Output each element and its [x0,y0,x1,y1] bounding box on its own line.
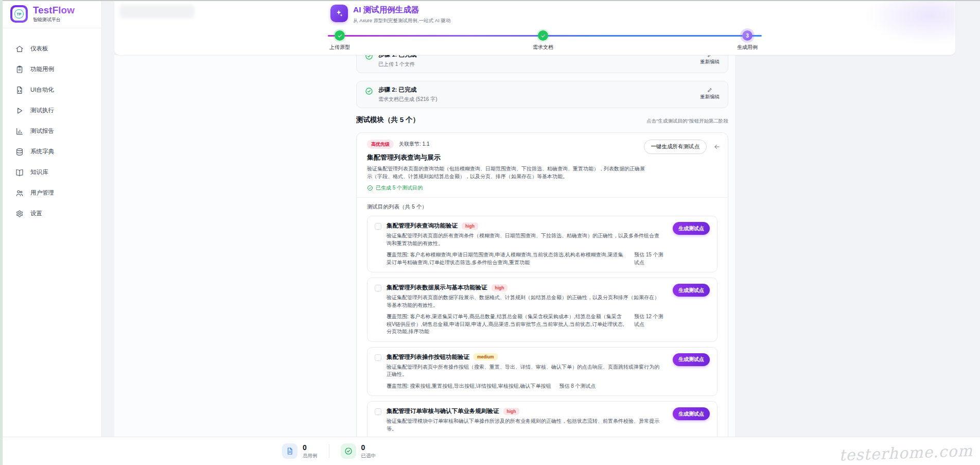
purpose-checkbox[interactable] [375,408,381,415]
main-scroll-area[interactable]: 步骤 1: 已完成 已上传 1 个文件 重新编辑 步骤 2: 已完成 需求文档已… [114,55,735,437]
sidebar-item-label: 系统字典 [30,148,54,156]
sidebar: TP TestFlow 智能测试平台 仪表板 功能用例 UI自动化 测试执行 测… [0,0,102,465]
purpose-coverage: 覆盖范围: 搜索按钮,重置按钮,导出按钮,详情按钮,审核按钮,确认下单按钮 [387,383,551,390]
arrow-left-icon[interactable] [713,143,721,150]
progress-card-title: 步骤 2: 已完成 [378,86,437,94]
step-label-requirements: 需求文档 [533,44,553,51]
window-left-edge [0,0,3,465]
sidebar-item-label: 测试报告 [30,127,54,135]
sidebar-item-system-dictionary[interactable]: 系统字典 [0,142,101,162]
purpose-estimate: 预估 8 个测试点 [559,383,596,390]
progress-card-subtitle: 需求文档已生成 (5216 字) [378,96,437,103]
gear-icon [15,210,24,218]
progress-card-step1: 步骤 1: 已完成 已上传 1 个文件 重新编辑 [356,55,728,73]
total-cases-stat: 0 总用例 [282,443,318,459]
divider [329,444,329,458]
purpose-title: 集配管理列表查询功能验证 [387,222,458,230]
generate-points-button[interactable]: 生成测试点 [673,407,710,420]
purpose-item-1: 集配管理列表查询功能验证 high 验证集配管理列表页面的所有查询条件（模糊查询… [367,216,717,272]
purpose-coverage: 覆盖范围: 客户名称,渠道集采订单号,商品总数量,结算总金额（集采含税采购成本）… [387,313,626,336]
bar-chart-icon [15,127,24,135]
check-circle-icon [367,185,373,191]
step-circle-generate: 3 [742,30,752,41]
window-top-edge [0,0,980,1]
module-title: 集配管理列表查询与展示 [367,153,717,162]
database-icon [15,148,24,156]
module-header: 高优先级 关联章节: 1.1 集配管理列表查询与展示 验证集配管理列表页面的查询… [357,133,728,197]
sidebar-nav: 仪表板 功能用例 UI自动化 测试执行 测试报告 系统字典 知识库 用户管理 [0,28,101,224]
check-icon [540,33,546,39]
pencil-icon [707,87,713,93]
module-card: 高优先级 关联章节: 1.1 集配管理列表查询与展示 验证集配管理列表页面的查询… [356,132,728,437]
step-number: 3 [746,33,749,39]
redacted-back-button[interactable] [119,5,195,19]
file-icon [15,86,24,94]
priority-badge: medium [474,353,498,360]
generate-points-button[interactable]: 生成测试点 [673,353,710,366]
selected-cases-stat: 0 已选中 [341,443,376,459]
purpose-description: 验证集配管理列表页面的数据字段展示、数据格式、计算规则（如结算总金额）的正确性，… [387,294,664,309]
purpose-estimate: 预估 15 个测试点 [634,251,664,266]
purpose-title: 集配管理列表数据展示与基本功能验证 [387,284,487,291]
purpose-description: 验证集配管理模块中订单审核和确认下单操作所涉及的所有业务规则的正确性，包括状态流… [387,418,664,433]
document-icon [282,443,297,459]
purpose-description: 验证集配管理列表页面的所有查询条件（模糊查询、日期范围查询、下拉筛选、精确查询）… [387,232,664,247]
step-circle-requirements [538,30,548,41]
sidebar-item-label: 设置 [30,210,42,217]
priority-badge: high [462,222,478,230]
page-subtitle: 从 Axure 原型到完整测试用例,一站式 AI 驱动 [353,18,451,24]
sidebar-item-dashboard[interactable]: 仪表板 [0,39,101,59]
modules-heading: 测试模块（共 5 个） [356,115,419,125]
purpose-item-2: 集配管理列表数据展示与基本功能验证 high 验证集配管理列表页面的数据字段展示… [367,278,717,342]
purpose-checkbox[interactable] [375,285,381,291]
purpose-coverage: 覆盖范围: 客户名称模糊查询,申请日期范围查询,申请人模糊查询,当前状态筛选,机… [387,251,626,266]
sidebar-item-user-management[interactable]: 用户管理 [0,183,101,203]
progress-card-step2: 步骤 2: 已完成 需求文档已生成 (5216 字) 重新编辑 [356,81,728,108]
app-monogram: TP [14,9,24,19]
progress-card-subtitle: 已上传 1 个文件 [378,61,416,68]
modules-section-header: 测试模块（共 5 个） 点击"生成测试目的"按钮开始第二阶段 [356,115,728,125]
generate-all-points-button[interactable]: 一键生成所有测试点 [644,140,707,154]
sidebar-item-label: 知识库 [30,168,48,176]
selected-cases-label: 已选中 [361,453,376,459]
check-icon [337,33,343,39]
priority-badge: high [492,284,508,291]
redacted-user-area [866,0,955,44]
sidebar-item-label: 测试执行 [30,107,54,114]
check-circle-icon [365,55,373,60]
generate-points-button[interactable]: 生成测试点 [673,222,710,235]
priority-badge: high [503,408,520,415]
clipboard-icon [15,65,24,74]
purpose-description: 验证集配管理列表页中所有操作按钮（搜索、重置、导出、详情、审核、确认下单）的点击… [387,364,664,378]
sidebar-item-label: 用户管理 [30,189,54,197]
sidebar-item-test-report[interactable]: 测试报告 [0,121,101,142]
page-title: AI 测试用例生成器 [353,5,451,15]
play-icon [15,107,24,115]
users-icon [15,189,24,197]
selected-cases-value: 0 [361,443,376,452]
summary-footer: 0 总用例 0 已选中 [0,437,980,465]
total-cases-label: 总用例 [303,453,318,459]
purpose-checkbox[interactable] [375,354,381,361]
purpose-checkbox[interactable] [375,223,381,230]
sidebar-item-label: 功能用例 [30,65,54,73]
page-header: AI 测试用例生成器 从 Axure 原型到完整测试用例,一站式 AI 驱动 3… [114,0,955,55]
purpose-item-3: 集配管理列表操作按钮功能验证 medium 验证集配管理列表页中所有操作按钮（搜… [367,347,717,397]
sidebar-item-functional-cases[interactable]: 功能用例 [0,59,101,80]
sidebar-item-settings[interactable]: 设置 [0,203,101,224]
purpose-list-heading: 测试目的列表（共 5 个） [367,203,717,211]
purpose-title: 集配管理列表操作按钮功能验证 [387,353,469,361]
sidebar-item-test-execution[interactable]: 测试执行 [0,100,101,121]
re-edit-label: 重新编辑 [700,94,720,100]
step-circle-upload [335,30,345,41]
sidebar-item-knowledge-base[interactable]: 知识库 [0,162,101,183]
re-edit-button[interactable]: 重新编辑 [700,55,720,65]
sidebar-item-label: UI自动化 [30,86,54,94]
generate-points-button[interactable]: 生成测试点 [673,284,710,297]
sidebar-item-ui-automation[interactable]: UI自动化 [0,80,101,100]
re-edit-button[interactable]: 重新编辑 [700,87,720,100]
pencil-icon [707,55,713,58]
check-circle-icon [365,87,373,95]
home-icon [15,45,24,53]
module-generated-note: 已生成 5 个测试目的 [367,184,717,192]
